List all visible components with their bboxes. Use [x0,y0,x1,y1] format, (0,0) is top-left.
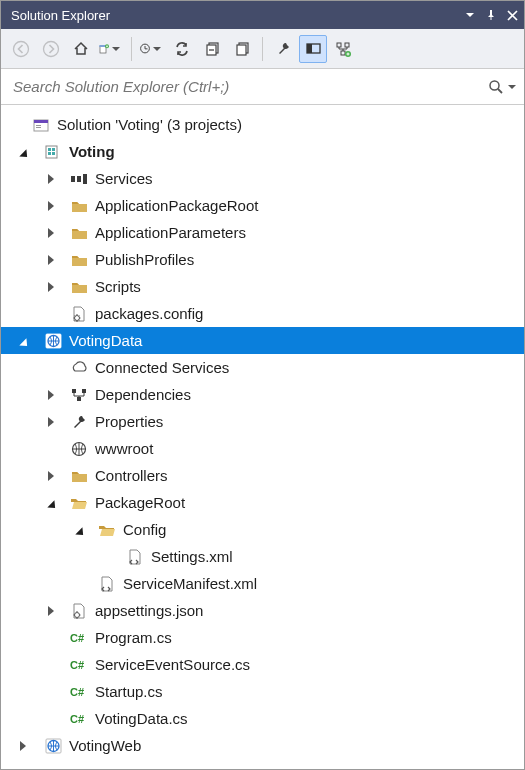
svg-text:C#: C# [70,659,84,671]
tree-item[interactable]: C# Startup.cs [1,678,524,705]
config-file-icon [69,305,89,323]
svg-point-1 [44,41,59,56]
pending-changes-button[interactable] [97,35,125,63]
svg-rect-22 [48,148,51,151]
node-label: ApplicationParameters [95,224,246,241]
folder-icon [69,467,89,485]
svg-rect-21 [46,146,57,158]
svg-rect-33 [82,389,86,393]
tree-item[interactable]: ApplicationParameters [1,219,524,246]
project-votingdata[interactable]: VotingData [1,327,524,354]
node-label: Config [123,521,166,538]
tree-item[interactable]: Services [1,165,524,192]
panel-title: Solution Explorer [11,8,110,23]
collapse-all-button[interactable] [198,35,226,63]
expand-icon[interactable] [43,495,59,511]
expand-icon[interactable] [43,603,59,619]
services-icon [69,170,89,188]
tree-item[interactable]: C# VotingData.cs [1,705,524,732]
globe-icon [69,440,89,458]
tree-item[interactable]: Connected Services [1,354,524,381]
tree-item[interactable]: ServiceManifest.xml [1,570,524,597]
preview-selected-button[interactable] [299,35,327,63]
search-button[interactable] [488,79,516,95]
expand-icon[interactable] [15,738,31,754]
tree-item[interactable]: PublishProfiles [1,246,524,273]
folder-open-icon [69,494,89,512]
expand-icon[interactable] [71,522,87,538]
solution-icon [31,116,51,134]
service-fabric-project-icon [43,143,63,161]
node-label: Solution 'Voting' (3 projects) [57,116,242,133]
svg-rect-12 [337,43,341,47]
expand-icon[interactable] [15,144,31,160]
view-class-diagram-button[interactable] [329,35,357,63]
wrench-icon [69,413,89,431]
node-label: PackageRoot [95,494,185,511]
node-label: Voting [69,143,115,160]
home-button[interactable] [67,35,95,63]
expand-icon[interactable] [43,279,59,295]
sync-button[interactable] [168,35,196,63]
nav-back-button[interactable] [7,35,35,63]
project-votingweb[interactable]: VotingWeb [1,732,524,759]
svg-rect-14 [341,51,345,55]
xml-file-icon [125,548,145,566]
node-label: PublishProfiles [95,251,194,268]
folder-icon [69,251,89,269]
tree-item[interactable]: Properties [1,408,524,435]
node-label: Connected Services [95,359,229,376]
properties-button[interactable] [269,35,297,63]
expand-icon[interactable] [15,333,31,349]
tree-item[interactable]: ApplicationPackageRoot [1,192,524,219]
project-voting[interactable]: Voting [1,138,524,165]
expand-icon[interactable] [43,171,59,187]
search-input[interactable] [11,77,488,96]
solution-tree[interactable]: Solution 'Voting' (3 projects) Voting Se… [1,105,524,769]
svg-rect-13 [345,43,349,47]
svg-rect-19 [36,125,41,126]
expand-icon[interactable] [43,387,59,403]
tree-item[interactable]: Scripts [1,273,524,300]
svg-rect-25 [52,152,55,155]
panel-titlebar: Solution Explorer [1,1,524,29]
node-label: Dependencies [95,386,191,403]
tree-item[interactable]: PackageRoot [1,489,524,516]
expand-icon[interactable] [43,414,59,430]
search-bar [1,69,524,105]
tree-item[interactable]: Settings.xml [1,543,524,570]
tree-item[interactable]: packages.config [1,300,524,327]
tree-item[interactable]: appsettings.json [1,597,524,624]
dependencies-icon [69,386,89,404]
close-icon[interactable] [507,10,518,21]
csharp-file-icon: C# [69,656,89,674]
expand-icon[interactable] [43,198,59,214]
node-label: Startup.cs [95,683,163,700]
connected-services-icon [69,359,89,377]
svg-rect-26 [71,176,75,182]
svg-text:C#: C# [70,686,84,698]
tree-item[interactable]: C# Program.cs [1,624,524,651]
svg-rect-11 [307,44,312,53]
window-dropdown-icon[interactable] [465,10,475,20]
expand-icon[interactable] [43,468,59,484]
tree-item[interactable]: Controllers [1,462,524,489]
tree-item[interactable]: wwwroot [1,435,524,462]
history-button[interactable] [138,35,166,63]
tree-item[interactable]: Dependencies [1,381,524,408]
svg-point-16 [490,81,499,90]
web-project-icon [43,332,63,350]
folder-icon [69,224,89,242]
show-all-files-button[interactable] [228,35,256,63]
expand-icon[interactable] [43,225,59,241]
nav-forward-button[interactable] [37,35,65,63]
tree-item[interactable]: Config [1,516,524,543]
expand-icon[interactable] [43,252,59,268]
svg-point-0 [14,41,29,56]
toolbar [1,29,524,69]
pin-icon[interactable] [485,9,497,21]
svg-rect-28 [83,174,87,184]
tree-item[interactable]: C# ServiceEventSource.cs [1,651,524,678]
solution-node[interactable]: Solution 'Voting' (3 projects) [1,111,524,138]
expand-icon [15,117,31,133]
